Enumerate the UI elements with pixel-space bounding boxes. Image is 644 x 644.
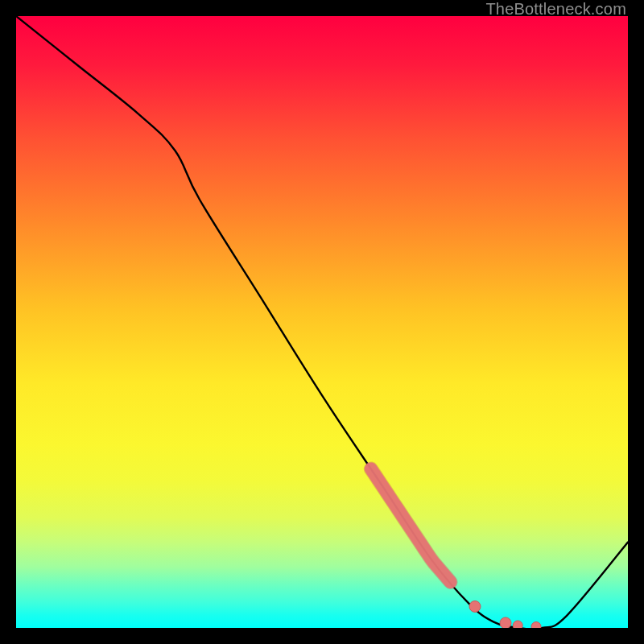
bottleneck-curve <box>16 16 628 628</box>
svg-point-3 <box>531 621 541 628</box>
chart-overlay <box>16 16 628 628</box>
svg-point-1 <box>500 617 511 628</box>
watermark-text: TheBottleneck.com <box>485 0 626 19</box>
highlighted-segment <box>371 469 451 582</box>
chart-frame: TheBottleneck.com <box>0 0 644 644</box>
plot-area <box>16 16 628 628</box>
svg-point-2 <box>513 621 522 628</box>
svg-point-0 <box>469 601 481 612</box>
